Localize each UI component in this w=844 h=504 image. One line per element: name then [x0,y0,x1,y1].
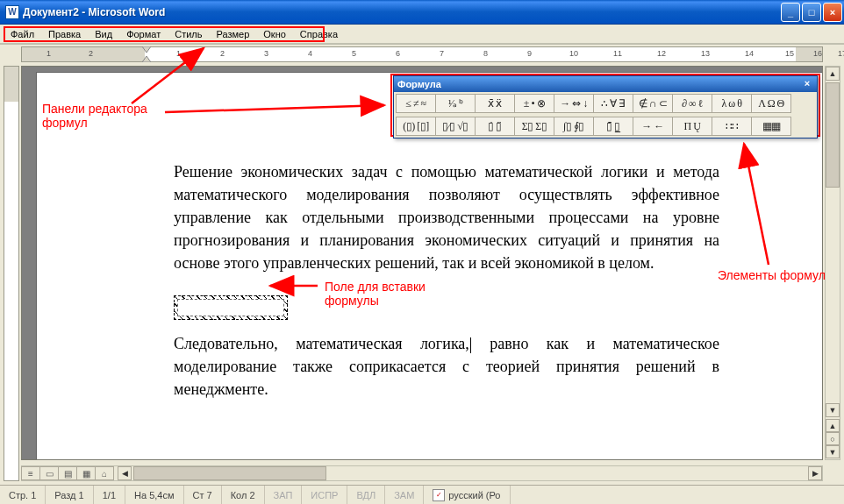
word-icon: W [5,5,19,19]
paragraph-1: Решение экономических задач с помощью ма… [174,160,719,274]
status-section: Разд 1 [46,486,93,504]
formula-button[interactable]: ∴ ∀ ∃ [593,94,633,113]
paragraph-2a: Следовательно, математическая логика, [174,335,469,352]
menubar: ФайлПравкаВидФорматСтильРазмерОкноСправк… [0,25,844,44]
ruler-tick: 14 [745,49,754,58]
vscroll-thumb[interactable] [826,82,840,188]
formula-row-1: ≤ ≠ ≈¹⁄ₐ ᵇx̄ ẍ± • ⊗→ ⇔ ↓∴ ∀ ∃∉ ∩ ⊂∂ ∞ ℓλ… [394,92,817,115]
status-line: Ст 7 [184,486,222,504]
maximize-button[interactable]: □ [802,3,821,22]
vertical-scrollbar[interactable]: ▲ ▼ ▲ ○ ▼ [825,66,840,460]
formula-button[interactable]: ¹⁄ₐ ᵇ [435,94,476,113]
formula-button[interactable]: λ ω θ [712,94,752,113]
scroll-left-button[interactable]: ◀ [118,466,132,480]
status-page: Стр. 1 [0,486,46,504]
svg-marker-1 [142,56,151,62]
formula-toolbar[interactable]: Формула × ≤ ≠ ≈¹⁄ₐ ᵇx̄ ẍ± • ⊗→ ⇔ ↓∴ ∀ ∃∉… [393,75,818,138]
formula-button[interactable]: → ⇔ ↓ [554,94,594,113]
ruler-tick: 10 [569,49,578,58]
ruler-tick: 13 [701,49,710,58]
ruler-tick: 4 [308,49,312,58]
ruler-tick: 8 [483,49,488,58]
browse-object-button[interactable]: ○ [826,432,840,445]
formula-button[interactable]: ± • ⊗ [514,94,554,113]
prev-page-button[interactable]: ▲ [826,419,840,432]
formula-button[interactable]: (▯) [▯] [396,117,436,136]
vertical-ruler[interactable] [4,66,19,481]
ruler-tick: 16 [813,49,822,58]
ruler-tick: 9 [527,49,532,58]
menu-файл[interactable]: Файл [4,27,41,41]
ruler-tick: 2 [220,49,225,58]
ruler-tick: 2 [89,49,93,58]
scroll-right-button[interactable]: ▶ [808,466,822,480]
next-page-button[interactable]: ▼ [826,445,840,458]
svg-marker-0 [142,46,151,53]
formula-button[interactable]: ▦▦ [751,117,791,136]
formula-button[interactable]: ∂ ∞ ℓ [672,94,712,113]
formula-button[interactable]: ∫▯ ∮▯ [554,117,594,136]
ruler-tick: 5 [352,49,356,58]
close-button[interactable]: × [823,3,842,22]
menu-справка[interactable]: Справка [293,27,345,41]
formula-button[interactable]: ∉ ∩ ⊂ [633,94,673,113]
menu-вид[interactable]: Вид [88,27,119,41]
formula-button[interactable]: Σ▯ Σ▯ [514,117,554,136]
view-mode-button[interactable]: ▭ [39,466,59,480]
formula-button[interactable]: x̄ ẍ [475,94,515,113]
scroll-down-button[interactable]: ▼ [826,403,840,417]
status-lang: ✓ русский (Ро [424,486,510,504]
formula-row-2: (▯) [▯]▯⁄▯ √▯▯̇ ▯̈Σ▯ Σ▯∫▯ ∮▯▯̄ ▯̲→ ←Π Ų∷… [394,115,817,138]
status-bar: Стр. 1 Разд 1 1/1 На 5,4см Ст 7 Кол 2 ЗА… [0,485,844,504]
view-mode-button[interactable]: ⌂ [95,466,114,480]
menu-окно[interactable]: Окно [256,27,293,41]
status-at: На 5,4см [125,486,183,504]
status-flag: ИСПР [302,486,347,504]
formula-toolbar-title[interactable]: Формула × [394,76,817,92]
view-mode-button[interactable]: ▤ [58,466,77,480]
ruler-tick: 12 [657,49,666,58]
titlebar: W Документ2 - Microsoft Word _ □ × [0,0,844,25]
formula-button[interactable]: ▯̇ ▯̈ [475,117,515,136]
menu-стиль[interactable]: Стиль [168,27,209,41]
minimize-button[interactable]: _ [781,3,800,22]
hscroll-thumb[interactable] [133,466,326,480]
ruler-tick: 6 [396,49,400,58]
status-flag: ЗАМ [385,486,424,504]
ruler-tick: 15 [785,49,794,58]
formula-close-button[interactable]: × [801,78,813,90]
view-mode-button[interactable]: ≡ [21,466,40,480]
paragraph-2: Следовательно, математическая логика, ра… [174,332,719,401]
status-flag: ВДЛ [347,486,385,504]
formula-button[interactable]: ≤ ≠ ≈ [396,94,436,113]
status-flag: ЗАП [265,486,303,504]
formula-button[interactable]: → ← [633,117,673,136]
ruler-tick: 11 [613,49,622,58]
text-caret [470,337,471,353]
ruler-tick: 1 [176,49,181,58]
view-mode-button[interactable]: ▦ [76,466,96,480]
formula-button[interactable]: Π Ų [672,117,712,136]
lang-icon: ✓ [433,489,445,501]
ruler-tick: 7 [440,49,444,58]
window-title: Документ2 - Microsoft Word [23,6,781,18]
ruler-tick: 1 [46,49,51,58]
menu-формат[interactable]: Формат [119,27,168,41]
menu-размер[interactable]: Размер [209,27,256,41]
horizontal-ruler[interactable]: 121234567891011121314151617 [21,46,823,62]
ruler-tick: 3 [264,49,268,58]
formula-title-text: Формула [397,79,441,89]
hscroll-track[interactable]: ◀ ▶ [118,466,822,480]
scroll-up-button[interactable]: ▲ [826,67,840,81]
status-pages: 1/1 [94,486,125,504]
menu-правка[interactable]: Правка [41,27,88,41]
formula-button[interactable]: ▯⁄▯ √▯ [435,117,476,136]
status-lang-text: русский (Ро [448,490,500,500]
formula-button[interactable]: Λ Ω Θ [751,94,791,113]
formula-insert-field[interactable] [174,295,288,320]
ruler-tick: 17 [838,49,844,58]
status-col: Кол 2 [222,486,265,504]
formula-button[interactable]: ∷∷ [712,117,752,136]
horizontal-scrollbar: ≡▭▤▦⌂ ◀ ▶ [21,465,823,481]
formula-button[interactable]: ▯̄ ▯̲ [593,117,633,136]
